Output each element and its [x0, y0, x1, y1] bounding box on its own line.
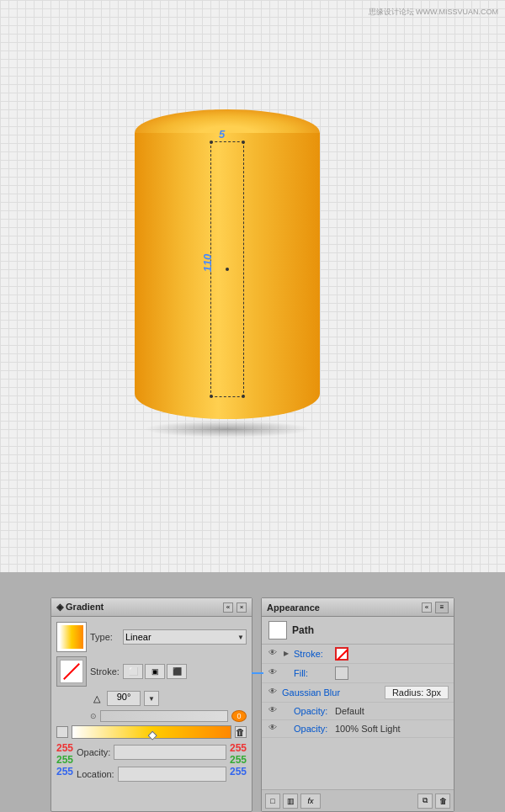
color-right: 255 255 255	[230, 742, 247, 784]
stroke-eye-icon[interactable]: 👁	[267, 648, 279, 660]
opacity1-value: Default	[335, 706, 364, 716]
stroke-btn-1[interactable]: ⬜	[123, 664, 143, 679]
location-field[interactable]	[118, 767, 226, 782]
stroke-swatch	[335, 647, 348, 661]
add-layer-btn[interactable]: □	[265, 793, 280, 809]
canvas-area: 思缘设计论坛 WWW.MISSVUAN.COM 5 110	[0, 0, 505, 572]
gradient-angle-row: △ 90° ▼	[56, 691, 247, 706]
gradient-title-bar: ◈ Gradient « ×	[51, 598, 252, 617]
color-b-left: 255	[56, 766, 73, 778]
cylinder-shadow	[143, 421, 311, 438]
add-layer-btn2[interactable]: ▥	[283, 793, 298, 809]
fill-eye-icon[interactable]: 👁	[267, 667, 279, 679]
stroke-btn-2[interactable]: ▣	[145, 664, 165, 679]
type-value: Linear	[125, 632, 152, 642]
opacity-row: ⊙ 0	[56, 710, 247, 722]
fill-connector	[252, 672, 263, 674]
appearance-panel-controls: « ≡	[422, 602, 449, 613]
copy-btn[interactable]: ⧉	[417, 793, 433, 809]
location-input-row: Location:	[77, 767, 226, 782]
appearance-menu-btn[interactable]: ≡	[435, 602, 449, 613]
opacity-indicator: 0	[231, 710, 247, 722]
measure-box	[210, 141, 244, 397]
measure-dot	[242, 141, 245, 144]
gradient-diamond	[148, 731, 157, 740]
stroke-btn-3[interactable]: ⬛	[167, 664, 187, 679]
gradient-type-row: Type: Linear ▼	[56, 622, 247, 652]
type-dropdown[interactable]: Linear ▼	[123, 629, 247, 645]
appearance-bottom-bar: □ ▥ fx ⧉ 🗑	[262, 789, 454, 811]
gaussian-label: Gaussian Blur	[282, 687, 381, 698]
opacity-input-row: Opacity:	[77, 745, 226, 760]
path-row: Path	[262, 617, 454, 645]
color-inputs: Opacity: Location:	[77, 742, 226, 784]
opacity2-label: Opacity:	[294, 724, 332, 734]
measure-dot	[210, 141, 213, 144]
angle-input[interactable]: 90°	[107, 691, 141, 706]
angle-value: 90°	[117, 692, 131, 702]
stroke-attr-row: 👁 ▶ Stroke:	[262, 645, 454, 664]
soft-light-row: 👁 Opacity: 100% Soft Light	[262, 720, 454, 738]
stroke-attr-label: Stroke:	[294, 649, 332, 659]
color-g-right: 255	[230, 754, 247, 766]
path-label: Path	[292, 624, 314, 636]
gradient-right-stop[interactable]: 🗑	[235, 726, 247, 738]
path-swatch	[268, 621, 287, 640]
fill-swatch	[335, 666, 348, 680]
stroke-buttons: ⬜ ▣ ⬛	[123, 664, 187, 679]
color-value-row: 255 255 255 Opacity: Location: 255	[56, 742, 247, 784]
gradient-panel: ◈ Gradient « × Type: Linear ▼	[50, 597, 252, 812]
gradient-stroke-row: Stroke: ⬜ ▣ ⬛	[56, 656, 247, 687]
gradient-content: Type: Linear ▼ Stroke: ⬜ ▣ ⬛	[51, 617, 252, 789]
gradient-bar-row: 🗑	[56, 725, 247, 739]
gradient-preview-swatch	[56, 622, 87, 652]
stroke-expand-icon[interactable]: ▶	[282, 650, 290, 658]
stroke-swatch	[60, 660, 83, 683]
gradient-close-btn[interactable]: ×	[237, 602, 247, 613]
opacity-default-row: 👁 Opacity: Default	[262, 703, 454, 720]
opacity-field[interactable]	[114, 745, 226, 760]
watermark: 思缘设计论坛 WWW.MISSVUAN.COM	[369, 7, 499, 18]
location-label: Location:	[77, 769, 114, 779]
appearance-title-bar: Appearance « ≡	[262, 598, 454, 617]
opacity-track[interactable]	[100, 710, 228, 722]
measure-label-vertical: 110	[201, 254, 214, 273]
type-label: Type:	[90, 632, 120, 642]
color-left: 255 255 255	[56, 742, 73, 784]
gradient-collapse-btn[interactable]: «	[223, 602, 233, 613]
angle-icon: △	[90, 692, 104, 705]
stroke-swatch-box	[56, 656, 87, 687]
cylinder: 5 110	[135, 109, 320, 438]
gaussian-row: 👁 Gaussian Blur Radius: 3px	[262, 683, 454, 703]
measure-label-horizontal: 5	[219, 128, 225, 141]
appearance-panel: Appearance « ≡ Path 👁 ▶ Stroke: 👁	[261, 597, 454, 812]
opacity-icon: ⊙	[90, 712, 97, 720]
color-r-left: 255	[56, 742, 73, 754]
color-g-left: 255	[56, 754, 73, 766]
appearance-title: Appearance	[267, 602, 422, 613]
color-r-right: 255	[230, 742, 247, 754]
gradient-bar[interactable]	[72, 725, 231, 739]
delete-btn[interactable]: 🗑	[435, 793, 450, 809]
color-b-right: 255	[230, 766, 247, 778]
gaussian-eye-icon[interactable]: 👁	[267, 687, 279, 698]
opacity2-value: 100% Soft Light	[335, 724, 401, 734]
gradient-left-stop[interactable]	[56, 726, 68, 738]
measure-dot-center	[226, 268, 229, 271]
stroke-label: Stroke:	[90, 666, 120, 677]
fill-attr-label: Fill:	[294, 668, 332, 678]
fill-attr-row: 👁 Fill:	[262, 664, 454, 683]
opacity1-label: Opacity:	[294, 706, 332, 716]
gradient-swatch-inner	[60, 625, 83, 649]
gradient-panel-controls: « ×	[223, 602, 247, 613]
angle-dropdown[interactable]: ▼	[144, 691, 159, 706]
appearance-collapse-btn[interactable]: «	[422, 602, 432, 613]
opacity1-eye-icon[interactable]: 👁	[267, 705, 279, 717]
measure-dot	[242, 395, 245, 398]
radius-badge: Radius: 3px	[385, 686, 449, 699]
opacity-label: Opacity:	[77, 747, 110, 757]
measure-dot	[210, 395, 213, 398]
fx-btn[interactable]: fx	[300, 793, 321, 809]
dropdown-arrow: ▼	[237, 634, 244, 641]
opacity2-eye-icon[interactable]: 👁	[267, 723, 279, 735]
